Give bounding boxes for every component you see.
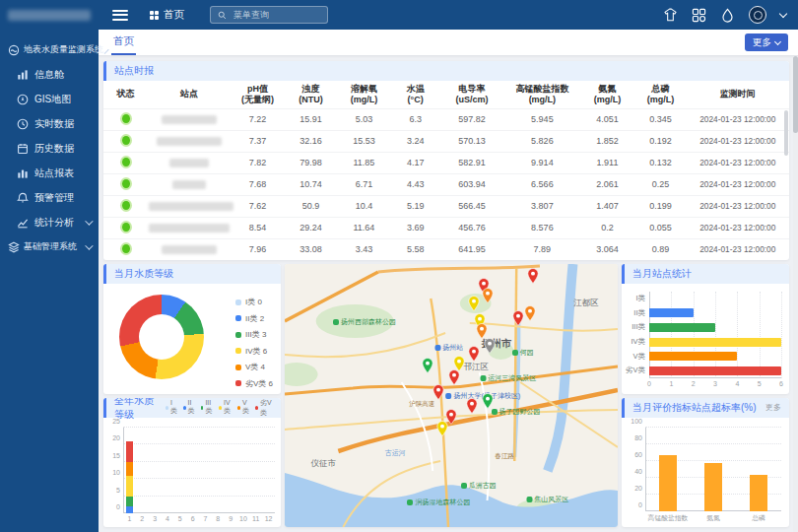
- tab-bar: 首页 更多: [99, 30, 798, 56]
- page-scrollbar-thumb[interactable]: [793, 56, 798, 133]
- table-row[interactable]: 7.8279.9811.854.17582.919.9141.9110.1322…: [103, 152, 789, 173]
- sidebar-item-3[interactable]: 历史数据: [0, 136, 99, 161]
- value-cell: 15.53: [337, 130, 392, 152]
- status-dot-normal: [122, 244, 130, 253]
- legend-item: III类 3: [235, 329, 273, 340]
- map-marker-red[interactable]: [527, 268, 539, 284]
- value-cell: 10.74: [285, 173, 336, 195]
- site-name-redacted: [149, 224, 230, 233]
- map-marker-yellow[interactable]: [468, 296, 480, 311]
- bar: [649, 352, 737, 361]
- avatar[interactable]: [749, 6, 766, 24]
- panel-title: 当月水质等级: [114, 267, 173, 281]
- value-cell: 5.826: [504, 130, 580, 152]
- chevron-down-icon[interactable]: [779, 10, 787, 18]
- map-marker-orange[interactable]: [524, 305, 536, 321]
- grid-icon[interactable]: [692, 8, 706, 23]
- x-tick-label: 3: [713, 378, 717, 387]
- y-axis: [645, 428, 646, 512]
- table-row[interactable]: 7.9633.083.435.58641.957.893.0640.892024…: [103, 238, 789, 260]
- hamburger-menu-icon[interactable]: [112, 10, 128, 21]
- map-marker-yellow[interactable]: [436, 421, 448, 436]
- x-tick-label: 12: [265, 513, 273, 522]
- site-name-redacted: [149, 202, 233, 211]
- sidebar-section-label: 基础管理系统: [24, 240, 77, 253]
- map-label: 扬子园野公园: [492, 407, 541, 417]
- panel-more-link[interactable]: 更多: [765, 402, 781, 413]
- search-input[interactable]: [232, 9, 320, 21]
- gis-map[interactable]: 扬州市江都区邗江区仪征市扬州站何园运河三湾风景区扬州大学(扬子津校区)沪陕高速扬…: [285, 264, 618, 527]
- category-label: IV类: [631, 337, 649, 347]
- sidebar-item-label: 预警管理: [34, 191, 74, 205]
- legend-item: 劣V类 6: [235, 378, 273, 389]
- table-row[interactable]: 7.2215.915.036.3597.825.9454.0510.345202…: [103, 108, 789, 130]
- legend-label: 劣V类 6: [245, 378, 273, 389]
- map-marker-orange[interactable]: [476, 323, 488, 339]
- legend-item: I类: [166, 398, 178, 418]
- table-row[interactable]: 8.5429.2411.643.69456.768.5760.20.055202…: [103, 217, 789, 238]
- y-tick-label: 15: [112, 451, 123, 458]
- status-cell: [103, 217, 148, 238]
- map-label: 焦山风景区: [526, 495, 568, 504]
- bar: [649, 323, 715, 332]
- map-marker-red[interactable]: [448, 369, 460, 385]
- table-row[interactable]: 7.6810.746.714.43603.946.5662.0610.25202…: [103, 173, 789, 195]
- more-button[interactable]: 更多: [745, 33, 788, 51]
- sidebar-item-4[interactable]: 站点报表: [0, 161, 99, 185]
- value-cell: 7.68: [231, 173, 286, 195]
- map-panel: 扬州市江都区邗江区仪征市扬州站何园运河三湾风景区扬州大学(扬子津校区)沪陕高速扬…: [285, 264, 618, 527]
- sidebar-item-2[interactable]: 实时数据: [0, 111, 99, 136]
- value-cell: 3.24: [391, 130, 439, 152]
- table-scrollbar-thumb[interactable]: [784, 110, 788, 156]
- value-cell: 3.807: [504, 195, 580, 217]
- sidebar-item-0[interactable]: 信息舱: [0, 62, 99, 87]
- gridline: [123, 461, 275, 462]
- x-category-label: 总磷: [752, 511, 765, 523]
- column-header: 监测时间: [687, 81, 789, 108]
- y-tick-label: 20: [634, 484, 645, 491]
- table-row[interactable]: 7.3732.1615.533.24570.135.8261.8520.1922…: [103, 130, 789, 152]
- site-cell-redacted: [148, 195, 231, 217]
- map-marker-red[interactable]: [468, 346, 480, 362]
- value-cell: 10.4: [337, 195, 392, 217]
- map-marker-gray[interactable]: [484, 338, 496, 354]
- y-tick-label: 20: [112, 434, 123, 441]
- sidebar-item-6[interactable]: 统计分析: [0, 210, 99, 234]
- map-marker-orange[interactable]: [482, 288, 494, 303]
- legend-dot: [237, 406, 240, 410]
- gridline: [645, 443, 781, 444]
- legend-item: II类: [183, 398, 196, 418]
- map-marker-green[interactable]: [482, 393, 494, 409]
- value-cell: 7.82: [231, 152, 286, 173]
- drop-icon[interactable]: [720, 8, 735, 23]
- legend-dot: [255, 406, 258, 410]
- map-marker-red[interactable]: [512, 310, 524, 326]
- y-tick-label: 100: [631, 417, 645, 424]
- shirt-icon[interactable]: [663, 8, 678, 23]
- breadcrumb[interactable]: 首页: [150, 8, 184, 22]
- sidebar-menu: 地表水质量监测系统信息舱GIS地图实时数据历史数据站点报表预警管理统计分析基础管…: [0, 30, 99, 259]
- bar: [649, 338, 781, 347]
- value-cell: 0.132: [634, 152, 686, 173]
- logo-redacted: [8, 10, 91, 21]
- sidebar-section-0[interactable]: 地表水质量监测系统: [0, 37, 99, 62]
- map-marker-red[interactable]: [432, 384, 444, 400]
- site-cell-redacted: [148, 130, 231, 152]
- sidebar-item-5[interactable]: 预警管理: [0, 185, 99, 210]
- value-cell: 50.9: [285, 195, 336, 217]
- map-marker-red[interactable]: [466, 398, 478, 414]
- tab-home[interactable]: 首页: [111, 30, 136, 55]
- panel-title: 当月评价指标站点超标率(%): [632, 401, 757, 415]
- stack-legend: I类II类III类IV类V类劣V类: [166, 398, 273, 418]
- legend-item: II类 2: [235, 313, 273, 324]
- x-tick-label: 11: [252, 513, 259, 522]
- sidebar-item-1[interactable]: GIS地图: [0, 87, 99, 111]
- table-row[interactable]: 7.6250.910.45.19566.453.8071.4070.199202…: [103, 195, 789, 217]
- map-marker-green[interactable]: [422, 358, 433, 373]
- value-cell: 0.055: [634, 217, 686, 238]
- status-cell: [103, 195, 148, 217]
- legend-dot: [219, 406, 222, 410]
- sidebar-section-1[interactable]: 基础管理系统: [0, 234, 99, 259]
- legend-dot: [201, 406, 204, 410]
- column-header: 总磷(mg/L): [634, 81, 686, 108]
